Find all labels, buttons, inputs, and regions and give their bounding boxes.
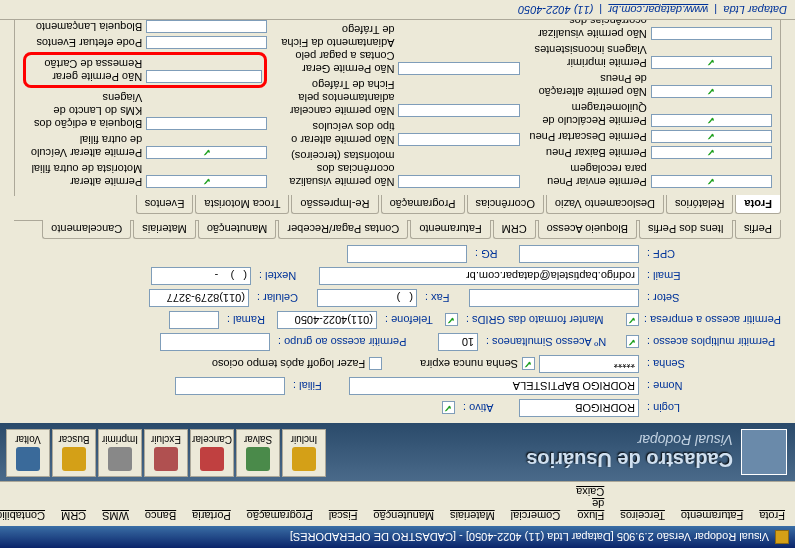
email-input[interactable] xyxy=(319,267,639,285)
option-checkbox[interactable]: ✔ xyxy=(651,146,772,159)
rg-input[interactable] xyxy=(347,245,467,263)
menu-programação[interactable]: Programação xyxy=(241,484,319,524)
salvar-button-icon xyxy=(246,448,270,472)
nome-input[interactable] xyxy=(349,377,639,395)
login-input[interactable] xyxy=(519,399,639,417)
app-icon xyxy=(775,530,789,544)
option-checkbox[interactable] xyxy=(146,70,262,83)
cancelar-button[interactable]: Cancelar xyxy=(190,429,234,477)
menu-crm[interactable]: CRM xyxy=(55,484,92,524)
option-checkbox[interactable]: ✔ xyxy=(651,114,772,127)
setor-input[interactable] xyxy=(469,289,639,307)
menu-fluxo de caixa[interactable]: Fluxo de Caixa xyxy=(570,484,610,524)
tab-eventos[interactable]: Eventos xyxy=(136,195,194,214)
status-site[interactable]: www.datapar.com.br xyxy=(608,4,708,16)
fax-label: Fax : xyxy=(421,292,465,304)
option-label: Permite imprimir Viagens inconsistentes xyxy=(528,43,647,69)
tab-programa-o[interactable]: Programação xyxy=(381,195,465,214)
tab-cancelamento[interactable]: Cancelamento xyxy=(42,220,131,239)
option-checkbox[interactable] xyxy=(146,36,267,49)
frota-col3: ✔Permite alterar Motorista de outra fili… xyxy=(23,0,267,188)
mult-checkbox[interactable]: ✔ xyxy=(626,336,639,349)
fax-input[interactable] xyxy=(317,289,417,307)
menu-fiscal[interactable]: Fiscal xyxy=(323,484,364,524)
menu-wms[interactable]: WMS xyxy=(96,484,135,524)
menu-contabilidade[interactable]: Contabilidade xyxy=(0,484,51,524)
tab-itens-dos-perfis[interactable]: Itens dos Perfis xyxy=(639,220,733,239)
option-label: Não permite alteração de Pneus xyxy=(528,72,647,98)
option-checkbox[interactable] xyxy=(146,117,267,130)
option-checkbox[interactable] xyxy=(399,104,520,117)
excluir-button[interactable]: Excluir xyxy=(144,429,188,477)
option-label: Permite Descartar Pneu xyxy=(528,130,647,143)
statusbar: Datapar Ltda | www.datapar.com.br | (11)… xyxy=(0,0,795,20)
menu-portaria[interactable]: Portaria xyxy=(186,484,237,524)
excluir-button-icon xyxy=(154,448,178,472)
option-label: Bloqueia a edição dos KMs do Lancto de V… xyxy=(23,91,142,130)
tab-bloqueio-acesso[interactable]: Bloqueio Acesso xyxy=(538,220,637,239)
menu-banco[interactable]: Banco xyxy=(139,484,182,524)
empresa-checkbox[interactable]: ✔ xyxy=(626,314,639,327)
menu-materiais[interactable]: Materiais xyxy=(444,484,501,524)
option-checkbox[interactable] xyxy=(146,20,267,33)
imprimir-button[interactable]: Imprimir xyxy=(98,429,142,477)
menubar: FrotaFaturamentoTerceirosFluxo de CaixaC… xyxy=(0,481,795,526)
menu-frota[interactable]: Frota xyxy=(753,484,791,524)
tab-relat-rios[interactable]: Relatórios xyxy=(666,195,734,214)
grupo-input[interactable] xyxy=(160,333,270,351)
tab-crm[interactable]: CRM xyxy=(493,220,536,239)
ramal-input[interactable] xyxy=(169,311,219,329)
tab-troca-motorista[interactable]: Troca Motorista xyxy=(195,195,289,214)
tab-deslocamento-vazio[interactable]: Deslocamento Vazio xyxy=(546,195,664,214)
option-checkbox[interactable]: ✔ xyxy=(651,130,772,143)
menu-manutenção[interactable]: Manutenção xyxy=(368,484,441,524)
logoff-label: Fazer logoff após tempo ocioso xyxy=(212,358,365,370)
tab-faturamento[interactable]: Faturamento xyxy=(410,220,490,239)
tab-ocorr-ncias[interactable]: Ocorrências xyxy=(467,195,544,214)
tab-materiais[interactable]: Materiais xyxy=(133,220,196,239)
buscar-button[interactable]: Buscar xyxy=(52,429,96,477)
voltar-button[interactable]: Voltar xyxy=(6,429,50,477)
option-checkbox[interactable]: ✔ xyxy=(651,85,772,98)
menu-terceiros[interactable]: Terceiros xyxy=(614,484,671,524)
nacesso-input[interactable] xyxy=(438,333,478,351)
option-row: ✔Permite alterar Veículo de outra filial xyxy=(23,133,267,159)
option-row: ✔Permite enviar Pneu para recolagem xyxy=(528,162,772,188)
option-row: Pode efetuar Eventos xyxy=(23,36,267,49)
setor-label: Setor : xyxy=(643,292,781,304)
senha-input[interactable] xyxy=(539,355,639,373)
option-checkbox[interactable] xyxy=(399,175,520,188)
cel-input[interactable] xyxy=(149,289,249,307)
option-row: ✔Permite Descartar Pneu xyxy=(528,130,772,143)
title-text: Visual Rodopar Versão 2.9.905 [Datapar L… xyxy=(290,531,769,543)
tab-manuten-o[interactable]: Manutenção xyxy=(198,220,277,239)
filial-input[interactable] xyxy=(175,377,285,395)
tab-frota[interactable]: Frota xyxy=(736,195,782,214)
form-area: Login : Ativo : ✔ Nome : Filial : Senha … xyxy=(0,12,795,423)
tabs-row1: PerfisItens dos PerfisBloqueio AcessoCRM… xyxy=(14,220,781,239)
option-checkbox[interactable] xyxy=(399,133,520,146)
tab-perfis[interactable]: Perfis xyxy=(735,220,781,239)
salvar-button[interactable]: Salvar xyxy=(236,429,280,477)
menu-faturamento[interactable]: Faturamento xyxy=(675,484,749,524)
grid-checkbox[interactable]: ✔ xyxy=(445,314,458,327)
nextel-input[interactable] xyxy=(151,267,251,285)
senha-nunca-checkbox[interactable]: ✔ xyxy=(522,358,535,371)
logoff-checkbox[interactable] xyxy=(369,358,382,371)
option-checkbox[interactable]: ✔ xyxy=(651,175,772,188)
option-checkbox[interactable] xyxy=(399,62,520,75)
ativo-checkbox[interactable]: ✔ xyxy=(442,402,455,415)
incluir-button-icon xyxy=(292,448,316,472)
incluir-button[interactable]: Incluir xyxy=(282,429,326,477)
option-checkbox[interactable]: ✔ xyxy=(651,56,772,69)
tab-re-impress-o[interactable]: Re-Impressão xyxy=(291,195,378,214)
option-checkbox[interactable] xyxy=(651,27,772,40)
tel-input[interactable] xyxy=(277,311,377,329)
option-label: Permite enviar Pneu para recolagem xyxy=(528,162,647,188)
tab-contas-pagar-receber[interactable]: Contas Pagar/Receber xyxy=(278,220,408,239)
menu-comercial[interactable]: Comercial xyxy=(505,484,567,524)
cpf-input[interactable] xyxy=(519,245,639,263)
option-checkbox[interactable]: ✔ xyxy=(146,175,267,188)
nome-label: Nome : xyxy=(643,380,781,392)
option-checkbox[interactable]: ✔ xyxy=(146,146,267,159)
